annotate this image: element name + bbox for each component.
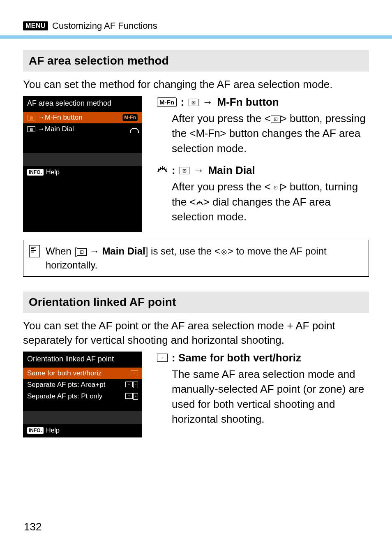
ss1-footer-text: Help [46,169,60,176]
mfn-badge-icon: M-Fn [157,97,177,107]
main-dial-icon [196,199,203,206]
menu-badge: MENU [23,21,48,30]
same-orient-icon: ▫ [157,354,168,362]
arrow-icon: → [194,164,204,177]
t: When [ [46,245,77,257]
section1-intro: You can set the method for changing the … [23,77,369,92]
header-title: Customizing AF Functions [52,21,157,31]
svg-point-7 [222,253,223,254]
mfn-text: M-Fn [196,127,220,139]
separate-ptonly-icon: ▫▫ [125,393,138,400]
header-divider [0,35,392,39]
ss1-row2-label: →Main Dial [38,125,74,133]
option-same-heading: ▫ : Same for both vert/horiz [157,352,369,364]
ss2-footer-text: Help [46,427,60,434]
ss2-row-areapt: Separate AF pts: Area+pt ▫▫ [23,379,142,391]
svg-point-4 [226,252,227,252]
ss2-title: Orientation linked AF point [23,352,142,368]
ss1-row-mfn: ▦ →M-Fn button M-Fn [23,112,142,123]
same-orient-icon: ▫ [131,370,138,376]
page-number: 132 [24,521,42,533]
af-area-button-icon: ⊡ [180,167,189,174]
ss-empty-dark [23,153,142,166]
separate-areapt-icon: ▫▫ [125,382,138,388]
ss2-row2-label: Separate AF pts: Area+pt [27,381,105,389]
ss2-row1-label: Same for both vert/horiz [27,369,101,377]
ss1-title: AF area selection method [23,96,142,112]
main-dial-squiggle-icon [157,165,168,176]
info-badge: INFO. [27,427,44,434]
ss2-row-same: Same for both vert/horiz ▫ [23,368,142,379]
section-heading-orientation: Orientation linked AF point [23,292,369,313]
section-heading-af-area: AF area selection method [23,50,369,72]
svg-point-2 [224,254,224,255]
camera-screenshot-af-area: AF area selection method ▦ →M-Fn button … [23,96,142,232]
ss2-footer: INFO. Help [23,424,142,437]
t: ] is set, use the < [145,245,220,257]
section2-intro: You can set the AF point or the AF area … [23,319,369,347]
ss1-footer: INFO. Help [23,166,142,179]
t: After you press the < [172,180,271,193]
colon: : [172,164,175,177]
af-grid-icon: ▦ [27,126,35,132]
af-grid-icon: ▦ [27,115,35,120]
t: → [87,245,102,257]
info-badge: INFO. [27,169,44,176]
svg-point-1 [224,249,224,250]
af-area-button-icon: ⊡ [189,99,198,106]
svg-point-0 [223,251,225,253]
multicontroller-icon [220,248,228,256]
camera-screenshot-orientation: Orientation linked AF point Same for bot… [23,352,142,437]
mfn-badge-icon: M-Fn [122,114,138,121]
note-text: When [⊡ → Main Dial] is set, use the <> … [46,244,363,272]
ss1-row1-label: →M-Fn button [38,113,83,122]
af-area-button-icon: ⊡ [271,184,281,191]
ss-empty [23,144,142,153]
ss-empty [23,135,142,144]
option-same-label: : Same for both vert/horiz [172,352,301,364]
t: After you press the < [172,112,271,125]
ss2-row-ptonly: Separate AF pts: Pt only ▫▫ [23,391,142,402]
option-maindial-label: Main Dial [208,164,255,177]
colon: : [181,96,184,109]
svg-point-6 [225,250,226,251]
ss2-row3-label: Separate AF pts: Pt only [27,392,102,400]
svg-point-3 [221,252,222,252]
svg-point-8 [225,253,226,254]
main-dial-arc-icon [130,126,138,132]
af-area-button-icon: ⊡ [77,248,87,256]
option-mfn-body: After you press the <⊡> button, pressing… [157,111,369,156]
option-same-body: The same AF area selection mode and manu… [157,367,369,427]
note-box: When [⊡ → Main Dial] is set, use the <> … [23,240,369,276]
note-icon [29,245,40,257]
option-mfn-heading: M-Fn : ⊡ → M-Fn button [157,96,369,109]
option-maindial-heading: : ⊡ → Main Dial [157,164,369,177]
arrow-icon: → [203,96,213,109]
svg-point-5 [222,250,223,251]
ss-empty-dark [23,411,142,424]
option-maindial-body: After you press the <⊡> button, turning … [157,179,369,224]
ss1-row-maindial: ▦ →Main Dial [23,123,142,135]
note-bold: Main Dial [102,245,145,257]
option-mfn-label: M-Fn button [217,96,279,109]
af-area-button-icon: ⊡ [271,116,281,123]
ss-empty [23,402,142,411]
